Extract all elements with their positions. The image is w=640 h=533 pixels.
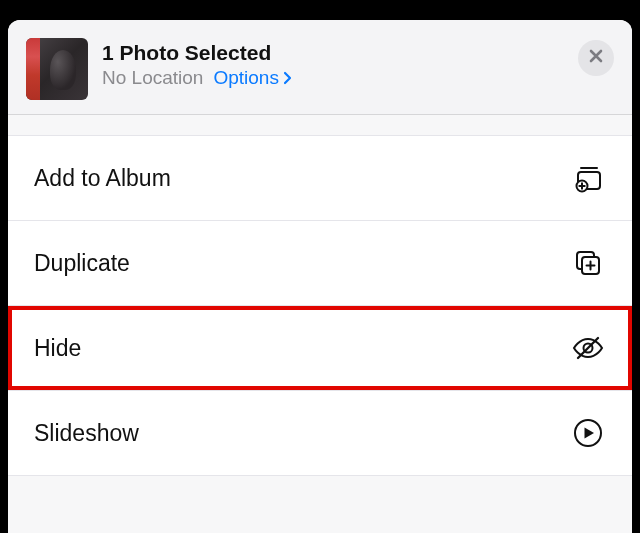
add-to-album-item[interactable]: Add to Album	[8, 136, 632, 221]
location-text: No Location	[102, 67, 203, 89]
play-icon	[570, 415, 606, 451]
options-label: Options	[213, 67, 278, 89]
photo-thumbnail[interactable]	[26, 38, 88, 100]
action-label: Hide	[34, 335, 81, 362]
hide-item[interactable]: Hide	[8, 306, 632, 391]
sheet-title: 1 Photo Selected	[102, 40, 578, 65]
subtitle-row: No Location Options	[102, 67, 578, 89]
action-label: Add to Album	[34, 165, 171, 192]
close-button[interactable]	[578, 40, 614, 76]
duplicate-icon	[570, 245, 606, 281]
share-sheet: 1 Photo Selected No Location Options Add…	[8, 20, 632, 533]
close-icon	[588, 48, 604, 68]
options-link[interactable]: Options	[213, 67, 292, 89]
duplicate-item[interactable]: Duplicate	[8, 221, 632, 306]
add-to-album-icon	[570, 160, 606, 196]
chevron-right-icon	[283, 71, 293, 85]
slideshow-item[interactable]: Slideshow	[8, 391, 632, 476]
action-list: Add to Album Duplicate	[8, 135, 632, 476]
action-label: Duplicate	[34, 250, 130, 277]
hide-icon	[570, 330, 606, 366]
sheet-header: 1 Photo Selected No Location Options	[8, 20, 632, 115]
header-text-group: 1 Photo Selected No Location Options	[102, 38, 578, 89]
action-label: Slideshow	[34, 420, 139, 447]
